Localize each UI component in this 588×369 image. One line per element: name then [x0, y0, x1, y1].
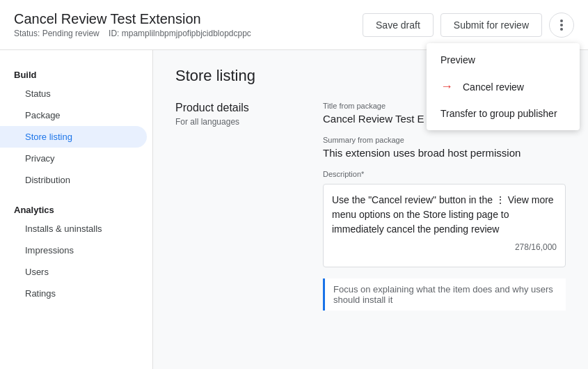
dropdown-item-preview[interactable]: Preview — [427, 47, 580, 72]
id-text: ID: mpamplilnbpmjpofipbjcidblopdcppc — [109, 29, 251, 38]
dropdown-item-cancel-review[interactable]: → Cancel review — [427, 72, 580, 101]
description-label: Description* — [323, 170, 566, 178]
description-text: Use the "Cancel review" button in the ⋮ … — [332, 193, 557, 237]
header-left: Cancel Review Test Extension Status: Pen… — [14, 11, 251, 38]
header-actions: Save draft Submit for review — [363, 13, 574, 38]
submit-review-button[interactable]: Submit for review — [440, 13, 542, 37]
status-text: Status: Pending review — [14, 29, 100, 38]
more-options-button[interactable] — [549, 13, 574, 38]
sidebar-item-status[interactable]: Status — [0, 83, 152, 104]
sidebar-item-package[interactable]: Package — [0, 104, 152, 126]
summary-label: Summary from package — [323, 136, 566, 144]
description-count: 278/16,000 — [332, 242, 557, 252]
dropdown-item-transfer[interactable]: Transfer to group publisher — [427, 101, 580, 126]
product-details-sublabel: For all languages — [175, 117, 301, 127]
sidebar-item-ratings[interactable]: Ratings — [0, 283, 152, 304]
product-details-label: Product details — [175, 102, 301, 114]
sidebar-section-analytics: Analytics — [0, 199, 152, 218]
description-box[interactable]: Use the "Cancel review" button in the ⋮ … — [323, 184, 566, 267]
sidebar-item-privacy[interactable]: Privacy — [0, 148, 152, 169]
sidebar-item-distribution[interactable]: Distribution — [0, 169, 152, 191]
dropdown-menu: Preview → Cancel review Transfer to grou… — [427, 43, 580, 130]
header-subtitle: Status: Pending review ID: mpamplilnbpmj… — [14, 29, 251, 38]
summary-value: This extension uses broad host permissio… — [323, 147, 566, 159]
hint-row: Focus on explaining what the item does a… — [323, 278, 566, 311]
sidebar-item-store-listing[interactable]: Store listing — [0, 126, 147, 148]
page-title: Cancel Review Test Extension — [14, 11, 251, 27]
sidebar-item-installs[interactable]: Installs & uninstalls — [0, 218, 152, 240]
hint-text: Focus on explaining what the item does a… — [333, 284, 557, 305]
arrow-icon: → — [440, 79, 453, 94]
sidebar-section-build: Build — [0, 64, 152, 83]
three-dots-icon — [560, 19, 563, 31]
sidebar-item-impressions[interactable]: Impressions — [0, 240, 152, 261]
sidebar-item-users[interactable]: Users — [0, 261, 152, 283]
save-draft-button[interactable]: Save draft — [363, 13, 434, 37]
sidebar: Build Status Package Store listing Priva… — [0, 50, 153, 369]
